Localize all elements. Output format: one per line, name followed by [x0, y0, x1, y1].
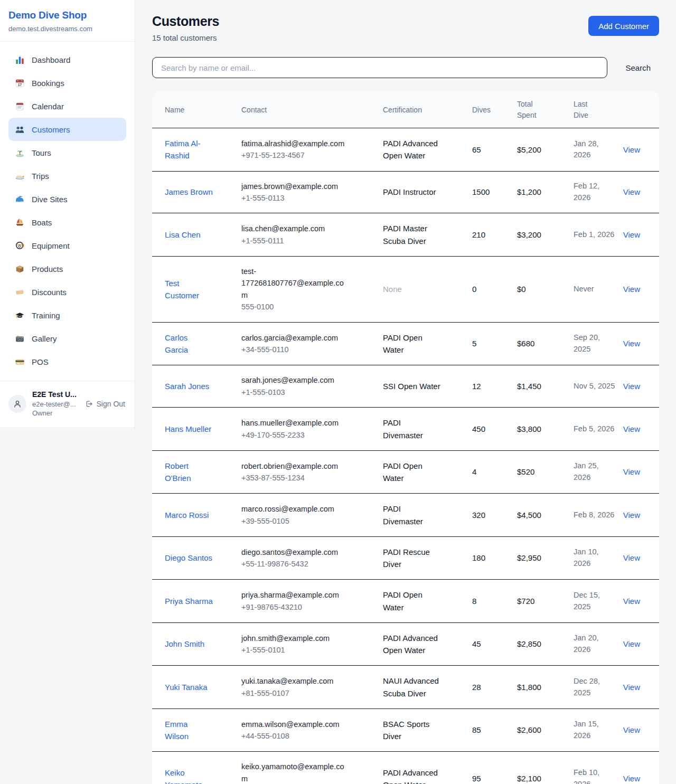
view-link[interactable]: View [623, 423, 640, 435]
view-link[interactable]: View [623, 337, 640, 350]
customer-name-link[interactable]: Carlos Garcia [165, 333, 188, 354]
view-link[interactable]: View [623, 595, 640, 607]
user-footer: E2E Test U... e2e-tester@... Owner Sign … [0, 381, 135, 428]
customer-name-link[interactable]: James Brown [165, 187, 213, 196]
search-button[interactable]: Search [607, 63, 659, 72]
customer-name-link[interactable]: Diego Santos [165, 553, 212, 562]
sidebar-item-calendar[interactable]: Calendar [8, 95, 126, 118]
sidebar-item-discounts[interactable]: Discounts [8, 280, 126, 304]
sidebar-item-tours[interactable]: Tours [8, 141, 126, 164]
page-subtitle: 15 total customers [152, 33, 219, 42]
main-content: Customers 15 total customers Add Custome… [135, 0, 676, 784]
customer-dives: 8 [472, 595, 517, 607]
customer-dives: 28 [472, 681, 517, 693]
view-link[interactable]: View [623, 283, 640, 295]
customer-certification: PADI Divemaster [383, 417, 472, 441]
add-customer-button[interactable]: Add Customer [588, 16, 659, 36]
column-header-dives: Dives [472, 98, 517, 122]
table-row: Hans Mueller hans.mueller@example.com +4… [152, 408, 659, 451]
table-row: Sarah Jones sarah.jones@example.com +1-5… [152, 365, 659, 408]
view-link[interactable]: View [623, 466, 640, 478]
customer-name-link[interactable]: Lisa Chen [165, 230, 201, 239]
sidebar-item-training[interactable]: Training [8, 304, 126, 327]
view-link[interactable]: View [623, 552, 640, 564]
customer-phone: +55-11-99876-5432 [241, 558, 349, 570]
brand-block: Demo Dive Shop demo.test.divestreams.com [0, 0, 135, 42]
brand-title[interactable]: Demo Dive Shop [8, 10, 126, 21]
sidebar-item-products[interactable]: Products [8, 257, 126, 280]
calendar-icon [15, 101, 25, 111]
customer-email: james.brown@example.com [241, 181, 349, 192]
customer-name-link[interactable]: John Smith [165, 639, 204, 648]
customer-certification: NAUI Advanced Scuba Diver [383, 675, 472, 700]
customer-total-spent: $680 [517, 337, 574, 350]
sidebar-item-label: Equipment [32, 241, 70, 250]
view-link[interactable]: View [623, 229, 640, 241]
sidebar-item-pos[interactable]: POS [8, 350, 126, 373]
customer-name-link[interactable]: Hans Mueller [165, 424, 211, 433]
customer-last-dive: Jan 25, 2026 [574, 460, 623, 484]
customer-name-link[interactable]: Emma Wilson [165, 720, 189, 741]
column-header-name: Name [165, 98, 241, 122]
sign-out-button[interactable]: Sign Out [84, 400, 126, 408]
customer-certification: BSAC Sports Diver [383, 718, 472, 743]
trips-icon [15, 171, 25, 181]
customer-certification: PADI Divemaster [383, 503, 472, 527]
customer-name-link[interactable]: Test Customer [165, 279, 199, 300]
view-link[interactable]: View [623, 144, 640, 156]
customer-name-link[interactable]: Fatima Al-Rashid [165, 139, 201, 160]
view-link[interactable]: View [623, 509, 640, 521]
sidebar: Demo Dive Shop demo.test.divestreams.com… [0, 0, 135, 428]
sidebar-item-bookings[interactable]: 17 Bookings [8, 71, 126, 95]
view-link[interactable]: View [623, 681, 640, 693]
customer-name-link[interactable]: Marco Rossi [165, 511, 209, 519]
customer-last-dive: Jan 20, 2026 [574, 632, 623, 656]
customers-table: Name Contact Certification Dives Total S… [152, 92, 659, 784]
search-row: Search [152, 57, 659, 78]
sidebar-item-trips[interactable]: Trips [8, 164, 126, 187]
sidebar-item-dashboard[interactable]: Dashboard [8, 48, 126, 71]
customer-name-link[interactable]: Sarah Jones [165, 382, 209, 391]
view-link[interactable]: View [623, 380, 640, 392]
customer-phone: +81-555-0107 [241, 687, 349, 699]
customer-dives: 0 [472, 283, 517, 295]
view-link[interactable]: View [623, 638, 640, 650]
sidebar-item-equipment[interactable]: Equipment [8, 234, 126, 257]
customer-email: carlos.garcia@example.com [241, 332, 349, 344]
customer-certification: PADI Advanced Open Water [383, 632, 472, 657]
customer-phone: +34-555-0110 [241, 344, 349, 355]
customer-last-dive: Jan 10, 2026 [574, 546, 623, 570]
app-root: Demo Dive Shop demo.test.divestreams.com… [0, 0, 676, 784]
table-header-row: Name Contact Certification Dives Total S… [152, 92, 659, 128]
sidebar-item-label: Training [32, 311, 60, 320]
sidebar-item-boats[interactable]: Boats [8, 211, 126, 234]
customer-name-link[interactable]: Keiko Yamamoto [165, 768, 202, 784]
customer-phone: 555-0100 [241, 301, 349, 313]
customer-total-spent: $4,500 [517, 509, 574, 521]
sidebar-item-dive-sites[interactable]: Dive Sites [8, 187, 126, 211]
user-email: e2e-tester@... [32, 400, 79, 409]
sidebar-item-customers[interactable]: Customers [8, 118, 126, 141]
view-link[interactable]: View [623, 724, 640, 736]
bookings-icon: 17 [15, 78, 25, 88]
customer-last-dive: Never [574, 284, 623, 295]
customer-dives: 450 [472, 423, 517, 435]
column-header-last-dive: Last Dive [574, 92, 623, 128]
customer-total-spent: $720 [517, 595, 574, 607]
equipment-icon [15, 241, 25, 251]
view-link[interactable]: View [623, 772, 640, 784]
customer-name-link[interactable]: Robert O'Brien [165, 461, 191, 483]
customer-email: marco.rossi@example.com [241, 503, 349, 515]
customer-name-link[interactable]: Priya Sharma [165, 597, 213, 606]
view-link[interactable]: View [623, 186, 640, 198]
customer-total-spent: $520 [517, 466, 574, 478]
table-row: Carlos Garcia carlos.garcia@example.com … [152, 323, 659, 366]
customer-name-link[interactable]: Yuki Tanaka [165, 683, 208, 692]
table-row: Yuki Tanaka yuki.tanaka@example.com +81-… [152, 666, 659, 709]
column-header-actions [623, 103, 646, 117]
search-input[interactable] [152, 57, 607, 78]
customer-email: emma.wilson@example.com [241, 719, 349, 730]
sidebar-item-gallery[interactable]: Gallery [8, 327, 126, 350]
sign-out-icon [84, 400, 93, 408]
customer-total-spent: $3,200 [517, 229, 574, 241]
